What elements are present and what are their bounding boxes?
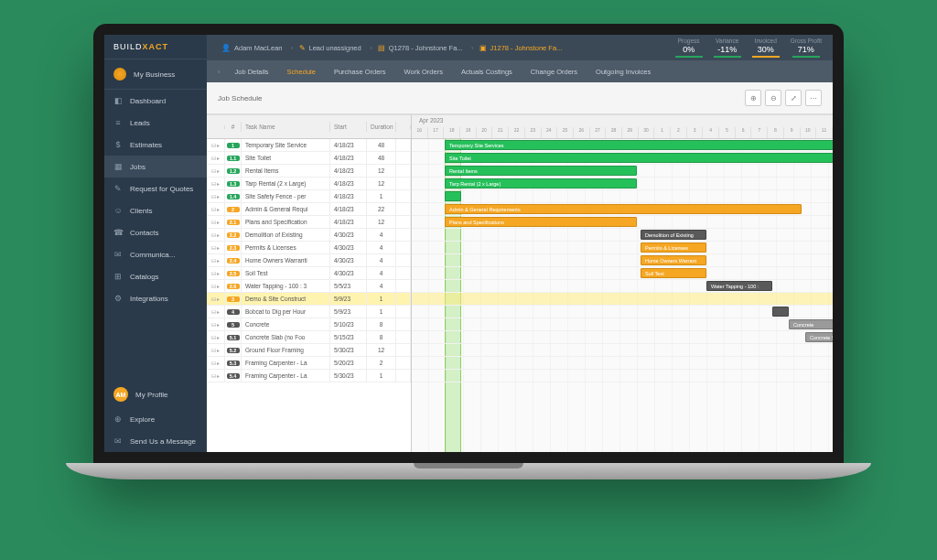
sidebar-icon: ✎ <box>113 184 123 193</box>
tab-outgoing-invoices[interactable]: Outgoing Invoices <box>587 62 660 81</box>
sidebar-item-leads[interactable]: ≡Leads <box>104 112 207 134</box>
day-col: 5 <box>719 127 736 138</box>
row-toggle-icon[interactable]: ⊟ ▸ <box>207 178 225 189</box>
gantt-bar[interactable]: Rental Items <box>445 166 637 176</box>
sidebar-item-jobs[interactable]: ▦Jobs <box>104 156 207 178</box>
row-toggle-icon[interactable]: ⊟ ▸ <box>207 370 225 382</box>
sidebar-footer-my-profile[interactable]: AMMy Profile <box>104 381 207 408</box>
task-row[interactable]: ⊟ ▸ 2.2 Demolition of Existing 4/30/23 4 <box>207 229 411 242</box>
sidebar-item-request-for-quotes[interactable]: ✎Request for Quotes <box>104 178 207 199</box>
gantt-bar[interactable]: ndoor Plywood 1 <box>445 191 461 201</box>
sidebar-business[interactable]: My Business <box>104 59 207 90</box>
sidebar-icon: ⊞ <box>113 272 123 281</box>
timeline-row <box>412 344 833 357</box>
row-toggle-icon[interactable]: ⊟ ▸ <box>207 306 225 318</box>
sidebar-item-label: Dashboard <box>130 97 166 105</box>
row-toggle-icon[interactable]: ⊟ ▸ <box>207 331 225 343</box>
task-row[interactable]: ⊟ ▸ 1.2 Rental Items 4/18/23 12 <box>207 165 411 178</box>
row-toggle-icon[interactable]: ⊟ ▸ <box>207 280 225 292</box>
kpi-bar <box>752 56 780 58</box>
row-toggle-icon[interactable]: ⊟ ▸ <box>207 267 225 279</box>
task-row[interactable]: ⊟ ▸ 2 Admin & General Requi 4/18/23 22 <box>207 203 411 216</box>
gantt-bar[interactable]: Demolition of Existing <box>641 230 706 240</box>
gantt-bar[interactable]: Temporary Site Services <box>445 140 833 150</box>
sidebar-footer-explore[interactable]: ⊕Explore <box>104 408 207 430</box>
row-toggle-icon[interactable]: ⊟ ▸ <box>207 165 225 177</box>
sidebar-item-dashboard[interactable]: ◧Dashboard <box>104 90 207 112</box>
task-row[interactable]: ⊟ ▸ 5 Concrete 5/10/23 8 <box>207 318 411 331</box>
col-start: Start <box>330 122 367 132</box>
row-toggle-icon[interactable]: ⊟ ▸ <box>207 293 225 305</box>
gantt-bar[interactable]: Admin & General Requirements <box>445 204 802 214</box>
task-row[interactable]: ⊟ ▸ 5.1 Concrete Slab (no Foo 5/15/23 8 <box>207 331 411 344</box>
breadcrumb-item[interactable]: ▣J1278 - Johnstone Fa... <box>472 40 570 56</box>
tab-change-orders[interactable]: Change Orders <box>522 62 587 81</box>
breadcrumb-item[interactable]: ▤Q1278 - Johnstone Fa... <box>371 40 470 56</box>
task-row[interactable]: ⊟ ▸ 1.1 Site Toilet 4/18/23 48 <box>207 152 411 165</box>
row-toggle-icon[interactable]: ⊟ ▸ <box>207 139 225 151</box>
tab-schedule[interactable]: Schedule <box>278 62 325 81</box>
tab-job-details[interactable]: Job Details <box>226 62 278 81</box>
sidebar-item-clients[interactable]: ☺Clients <box>104 199 207 221</box>
gantt-bar[interactable]: Soil Test <box>641 268 706 278</box>
task-row[interactable]: ⊟ ▸ 4 Bobcat to Dig per Hour 5/9/23 1 <box>207 306 411 318</box>
gantt-timeline[interactable]: Apr 2023 1617181920212223242526272829301… <box>412 115 833 452</box>
task-row[interactable]: ⊟ ▸ 1 Temporary Site Service 4/18/23 48 <box>207 139 411 152</box>
sidebar-item-contacts[interactable]: ☎Contacts <box>104 221 207 243</box>
task-row[interactable]: ⊟ ▸ 3 Demo & Site Construct 5/9/23 1 <box>207 293 411 306</box>
row-toggle-icon[interactable]: ⊟ ▸ <box>207 216 225 228</box>
task-row[interactable]: ⊟ ▸ 5.3 Framing Carpenter - La 5/20/23 2 <box>207 357 411 370</box>
breadcrumb-item[interactable]: 👤Adam MacLean <box>214 40 290 56</box>
day-col: 7 <box>751 127 768 138</box>
gantt-bar[interactable]: Home Owners Warrant <box>641 255 706 265</box>
task-start: 4/30/23 <box>330 242 367 253</box>
sidebar-item-catalogs[interactable]: ⊞Catalogs <box>104 265 207 287</box>
task-row[interactable]: ⊟ ▸ 1.4 Site Safety Fence - per 4/18/23 … <box>207 190 411 203</box>
zoom-out-button[interactable]: ⊖ <box>765 90 781 106</box>
timeline-row: Concrete Slab <box>412 331 833 344</box>
gantt-bar[interactable]: Concrete Slab <box>805 332 833 342</box>
row-toggle-icon[interactable]: ⊟ ▸ <box>207 357 225 369</box>
task-badge: 1.2 <box>227 168 240 174</box>
sidebar-item-integrations[interactable]: ⚙Integrations <box>104 287 207 309</box>
sidebar-item-communica-[interactable]: ✉Communica... <box>104 243 207 265</box>
gantt-bar[interactable]: Permits & Licenses <box>641 242 706 253</box>
tab-prev-icon[interactable]: ‹ <box>212 68 226 76</box>
task-row[interactable]: ⊟ ▸ 2.4 Home Owners Warranti 4/30/23 4 <box>207 254 411 267</box>
sidebar-footer-send-us-a-message[interactable]: ✉Send Us a Message <box>104 430 207 452</box>
row-toggle-icon[interactable]: ⊟ ▸ <box>207 152 225 164</box>
gantt-bar[interactable] <box>772 307 789 317</box>
gantt-bar[interactable]: Plans and Specifications <box>445 217 637 227</box>
row-toggle-icon[interactable]: ⊟ ▸ <box>207 190 225 202</box>
row-toggle-icon[interactable]: ⊟ ▸ <box>207 242 225 253</box>
tab-purchase-orders[interactable]: Purchase Orders <box>325 62 395 81</box>
tab-work-orders[interactable]: Work Orders <box>395 62 452 81</box>
zoom-in-button[interactable]: ⊕ <box>745 90 761 106</box>
task-name: Water Tapping - 100 : 3 <box>242 280 330 292</box>
row-toggle-icon[interactable]: ⊟ ▸ <box>207 229 225 241</box>
breadcrumb: 👤Adam MacLean✎Lead unassigned▤Q1278 - Jo… <box>207 40 664 56</box>
row-toggle-icon[interactable]: ⊟ ▸ <box>207 203 225 215</box>
task-row[interactable]: ⊟ ▸ 2.3 Permits & Licenses 4/30/23 4 <box>207 242 411 254</box>
row-toggle-icon[interactable]: ⊟ ▸ <box>207 318 225 330</box>
gantt-bar[interactable]: Water Tapping - 100 : <box>706 281 772 291</box>
task-row[interactable]: ⊟ ▸ 2.5 Soil Test 4/30/23 4 <box>207 267 411 280</box>
gantt-bar[interactable]: Concrete <box>789 319 833 329</box>
expand-button[interactable]: ⤢ <box>785 90 802 106</box>
tab-actuals-costings[interactable]: Actuals Costings <box>452 62 522 81</box>
task-row[interactable]: ⊟ ▸ 2.6 Water Tapping - 100 : 3 5/5/23 4 <box>207 280 411 293</box>
task-row[interactable]: ⊟ ▸ 2.1 Plans and Specification 4/18/23 … <box>207 216 411 229</box>
task-row[interactable]: ⊟ ▸ 5.2 Ground Floor Framing 5/30/23 12 <box>207 344 411 357</box>
day-col: 1 <box>654 127 671 138</box>
col-duration: Duration <box>367 122 396 132</box>
gantt-bar[interactable]: Site Toilet <box>445 153 833 163</box>
task-row[interactable]: ⊟ ▸ 5.4 Framing Carpenter - La 5/30/23 1 <box>207 370 411 382</box>
footer-icon: ⊕ <box>113 415 123 424</box>
more-button[interactable]: ⋯ <box>805 90 822 106</box>
row-toggle-icon[interactable]: ⊟ ▸ <box>207 254 225 266</box>
breadcrumb-item[interactable]: ✎Lead unassigned <box>292 40 369 56</box>
sidebar-item-estimates[interactable]: $Estimates <box>104 134 207 156</box>
task-row[interactable]: ⊟ ▸ 1.3 Tarp Rental (2 x Large) 4/18/23 … <box>207 178 411 190</box>
gantt-bar[interactable]: Tarp Rental (2 x Large) <box>445 178 637 188</box>
row-toggle-icon[interactable]: ⊟ ▸ <box>207 344 225 356</box>
